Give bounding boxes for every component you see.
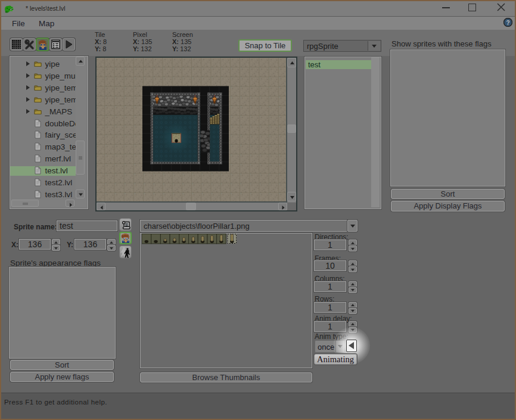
svg-text:?: ? — [506, 20, 509, 26]
